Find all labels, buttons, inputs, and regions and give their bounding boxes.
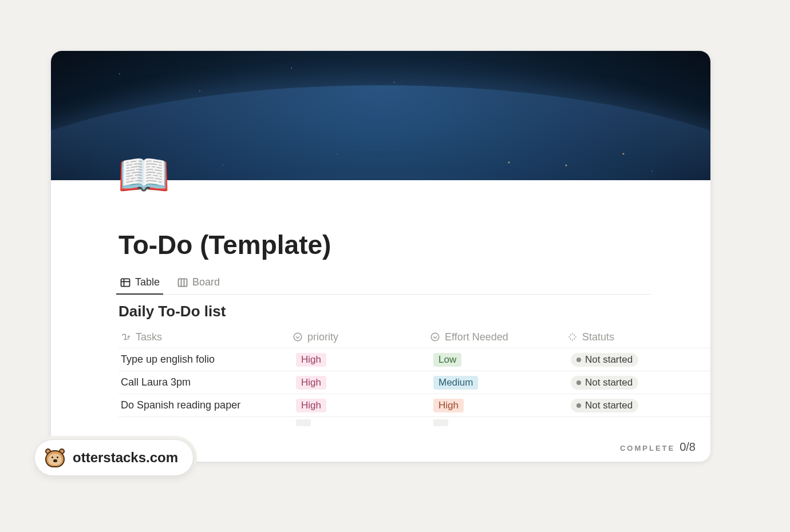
column-header-status[interactable]: Statuts — [565, 331, 702, 343]
tab-table[interactable]: Table — [118, 274, 161, 294]
svg-rect-0 — [121, 279, 130, 286]
table-icon — [120, 277, 131, 288]
priority-tag: High — [296, 353, 326, 367]
row-overflow-indicator — [710, 354, 711, 366]
attribution-badge[interactable]: otterstacks.com — [34, 439, 193, 476]
column-header-effort[interactable]: Effort Needed — [428, 331, 565, 343]
otter-icon — [45, 448, 65, 467]
status-pill: Not started — [571, 376, 638, 390]
tab-label: Board — [192, 276, 220, 288]
tab-label: Table — [135, 276, 160, 288]
status-icon — [567, 332, 578, 342]
table-row-peek — [118, 416, 710, 424]
page-icon[interactable]: 📖 — [117, 154, 170, 196]
row-overflow-indicator — [710, 399, 711, 412]
task-cell[interactable]: Type up english folio — [118, 354, 290, 366]
task-table: Tasks priority Effort Needed — [118, 326, 710, 424]
column-label: priority — [307, 331, 338, 343]
task-cell[interactable]: Call Laura 3pm — [118, 376, 290, 388]
tab-board[interactable]: Board — [176, 274, 221, 294]
status-pill: Not started — [571, 353, 638, 367]
svg-point-7 — [431, 333, 439, 341]
attribution-text: otterstacks.com — [73, 450, 178, 466]
select-icon — [430, 332, 440, 342]
row-overflow-indicator — [710, 376, 711, 389]
page-title[interactable]: To-Do (Template) — [118, 229, 710, 260]
app-window: 📖 To-Do (Template) Table Board Daily To-… — [50, 50, 711, 462]
status-text: Not started — [585, 377, 633, 388]
status-pill: Not started — [571, 399, 638, 412]
status-dot-icon — [576, 358, 581, 362]
effort-cell[interactable]: High — [428, 399, 565, 412]
footer-label: COMPLETE — [620, 444, 675, 452]
board-icon — [177, 277, 188, 288]
priority-cell[interactable]: High — [290, 353, 428, 367]
effort-tag: Medium — [433, 376, 478, 390]
column-header-priority[interactable]: priority — [290, 331, 428, 343]
table-row[interactable]: Do Spanish reading paperHighHighNot star… — [118, 394, 710, 416]
select-icon — [293, 332, 303, 342]
effort-tag: Low — [433, 353, 461, 367]
table-header-row: Tasks priority Effort Needed — [118, 326, 710, 348]
column-label: Effort Needed — [445, 331, 508, 343]
status-text: Not started — [585, 400, 633, 411]
footer-count: 0/8 — [680, 440, 696, 454]
priority-tag: High — [296, 376, 326, 390]
footer-complete-counter: COMPLETE 0/8 — [620, 440, 696, 454]
column-header-tasks[interactable]: Tasks — [118, 331, 290, 343]
effort-cell[interactable]: Low — [428, 353, 565, 367]
svg-rect-3 — [179, 279, 187, 286]
table-row[interactable]: Call Laura 3pmHighMediumNot started — [118, 371, 710, 394]
column-label: Tasks — [136, 331, 162, 343]
status-dot-icon — [576, 380, 581, 385]
effort-cell[interactable]: Medium — [428, 376, 565, 390]
svg-point-6 — [294, 333, 302, 341]
status-text: Not started — [585, 354, 633, 366]
database-title[interactable]: Daily To-Do list — [118, 303, 710, 320]
column-label: Statuts — [582, 331, 614, 343]
view-tabs: Table Board — [118, 274, 651, 295]
status-cell[interactable]: Not started — [565, 376, 702, 390]
text-icon — [121, 332, 131, 342]
priority-tag: High — [296, 399, 326, 412]
table-row[interactable]: Type up english folioHighLowNot started — [118, 348, 710, 371]
status-dot-icon — [576, 403, 581, 408]
effort-tag: High — [433, 399, 464, 412]
status-cell[interactable]: Not started — [565, 353, 702, 367]
priority-cell[interactable]: High — [290, 399, 428, 412]
priority-cell[interactable]: High — [290, 376, 428, 390]
task-cell[interactable]: Do Spanish reading paper — [118, 399, 290, 411]
status-cell[interactable]: Not started — [565, 399, 702, 412]
